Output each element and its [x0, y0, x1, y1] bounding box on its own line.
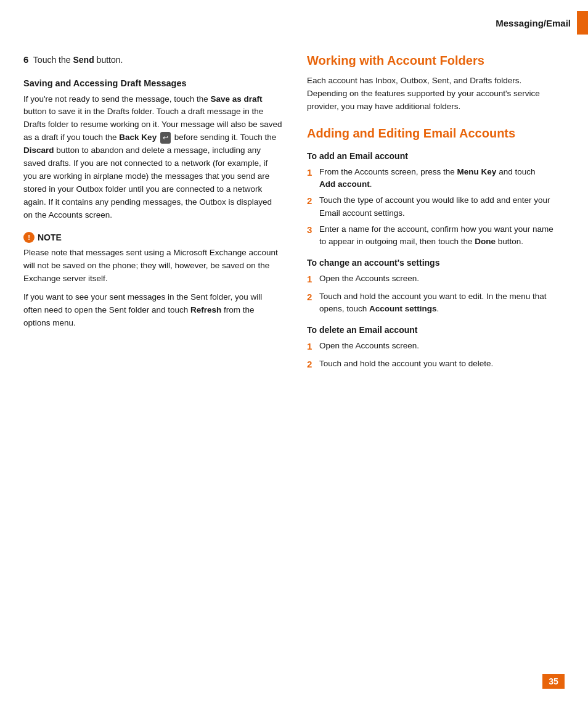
change-settings-item-2: 2 Touch and hold the account you want to… — [307, 290, 553, 316]
change-settings-list: 1 Open the Accounts screen. 2 Touch and … — [307, 273, 553, 315]
add-account-item-1: 1 From the Accounts screen, press the Me… — [307, 166, 553, 191]
working-with-folders-body: Each account has Inbox, Outbox, Sent, an… — [307, 75, 553, 113]
change-item-1-num: 1 — [307, 273, 316, 287]
note-icon: ! — [23, 232, 35, 243]
delete-item-2-text: Touch and hold the account you want to d… — [319, 358, 493, 372]
left-column: 6 Touch the Send button. Saving and Acce… — [23, 53, 282, 377]
add-account-heading: To add an Email account — [307, 151, 553, 161]
page-content: 6 Touch the Send button. Saving and Acce… — [0, 35, 588, 396]
step-6-number: 6 — [23, 54, 28, 65]
done-bold: Done — [475, 237, 496, 246]
note-paragraph1: Please note that messages sent using a M… — [23, 247, 282, 285]
header-bar-accent — [577, 11, 588, 35]
note-box: ! NOTE Please note that messages sent us… — [23, 232, 282, 330]
add-account-list: 1 From the Accounts screen, press the Me… — [307, 166, 553, 248]
back-key-bold: Back Key — [119, 133, 157, 142]
delete-account-item-1: 1 Open the Accounts screen. — [307, 340, 553, 354]
change-settings-heading: To change an account's settings — [307, 258, 553, 268]
item-1-text: From the Accounts screen, press the Menu… — [319, 166, 553, 191]
menu-key-bold: Menu Key — [457, 167, 497, 176]
delete-item-1-num: 1 — [307, 340, 316, 354]
item-3-num: 3 — [307, 223, 316, 248]
add-account-item-3: 3 Enter a name for the account, confirm … — [307, 223, 553, 248]
refresh-bold: Refresh — [190, 305, 221, 314]
note-paragraph2: If you want to see your sent messages in… — [23, 291, 282, 330]
change-item-1-text: Open the Accounts screen. — [319, 273, 419, 287]
item-3-text: Enter a name for the account, confirm ho… — [319, 223, 553, 248]
item-2-text: Touch the type of account you would like… — [319, 194, 553, 220]
step-6: 6 Touch the Send button. — [23, 53, 282, 67]
note-label: NOTE — [38, 232, 62, 242]
working-with-folders-title: Working with Account Folders — [307, 53, 553, 68]
send-bold: Send — [73, 55, 94, 65]
delete-item-1-text: Open the Accounts screen. — [319, 340, 419, 354]
account-settings-bold: Account settings — [369, 304, 437, 313]
add-account-item-2: 2 Touch the type of account you would li… — [307, 194, 553, 220]
delete-account-item-2: 2 Touch and hold the account you want to… — [307, 358, 553, 372]
header-title: Messaging/Email — [496, 18, 571, 28]
back-key-icon: ↩ — [160, 132, 171, 144]
page-number: 35 — [542, 674, 565, 689]
right-column: Working with Account Folders Each accoun… — [307, 53, 553, 377]
save-as-draft-bold: Save as draft — [211, 94, 263, 104]
saving-section-body: If you're not ready to send the message,… — [23, 93, 282, 222]
adding-editing-title: Adding and Editing Email Accounts — [307, 126, 553, 141]
delete-account-list: 1 Open the Accounts screen. 2 Touch and … — [307, 340, 553, 371]
delete-item-2-num: 2 — [307, 358, 316, 372]
delete-account-heading: To delete an Email account — [307, 325, 553, 335]
discard-bold: Discard — [23, 146, 54, 155]
item-2-num: 2 — [307, 194, 316, 220]
add-account-bold: Add account — [319, 179, 370, 189]
saving-section-heading: Saving and Accessing Draft Messages — [23, 78, 282, 88]
item-1-num: 1 — [307, 166, 316, 191]
page-header: Messaging/Email — [0, 0, 588, 35]
change-item-2-num: 2 — [307, 290, 316, 316]
change-item-2-text: Touch and hold the account you want to e… — [319, 290, 553, 316]
change-settings-item-1: 1 Open the Accounts screen. — [307, 273, 553, 287]
note-header: ! NOTE — [23, 232, 282, 243]
adding-editing-section: Adding and Editing Email Accounts To add… — [307, 126, 553, 372]
